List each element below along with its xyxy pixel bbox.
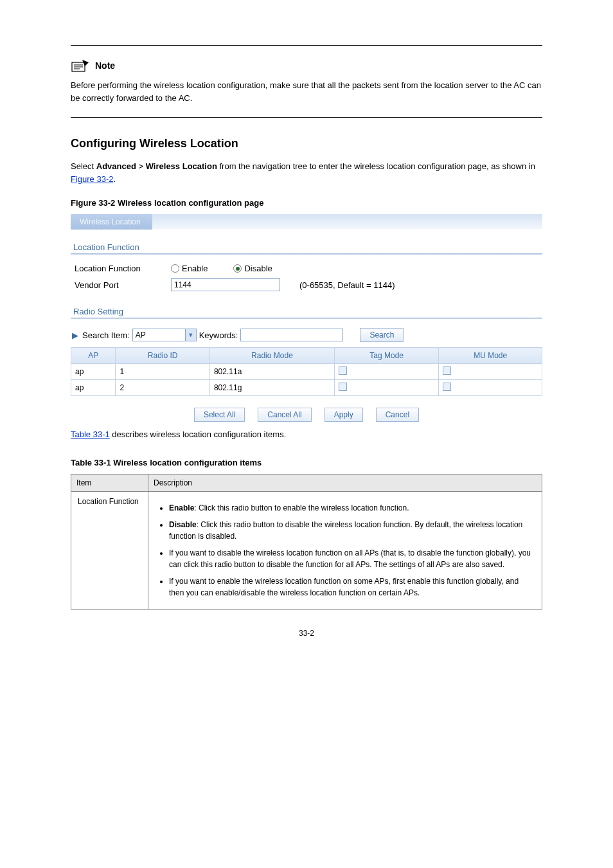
keywords-input[interactable]: [240, 329, 343, 341]
vendor-port-row: Vendor Port (0-65535, Default = 1144): [71, 276, 542, 294]
bold2: Wireless Location: [146, 161, 217, 171]
list-item: If you want to enable the wireless locat…: [169, 575, 535, 599]
mu-mode-checkbox[interactable]: [443, 366, 451, 375]
tag-mode-checkbox[interactable]: [339, 366, 347, 375]
cell-radio-mode: 802.11g: [209, 380, 334, 396]
cell-radio-id: 1: [116, 364, 210, 380]
cancel-all-button[interactable]: Cancel All: [258, 408, 311, 422]
desc-cell: Enable: Click this radio button to enabl…: [148, 491, 542, 609]
disable-radio[interactable]: Disable: [233, 264, 272, 273]
search-item-label: Search Item:: [82, 330, 130, 340]
note-body: Before performing the wireless location …: [71, 79, 542, 104]
table-row: ap 2 802.11g: [71, 380, 542, 396]
vendor-port-hint: (0-65535, Default = 1144): [299, 280, 395, 290]
location-function-heading: Location Function: [73, 242, 542, 252]
txt4: .: [113, 174, 116, 184]
item-cell: Location Function: [71, 491, 148, 609]
bullet1-bold: Enable: [169, 503, 194, 512]
radio-table: AP Radio ID Radio Mode Tag Mode MU Mode …: [71, 347, 542, 396]
wireless-location-panel: Wireless Location Location Function Loca…: [71, 214, 542, 422]
table-link[interactable]: Table 33-1: [71, 429, 110, 439]
apply-button[interactable]: Apply: [324, 408, 363, 422]
vendor-port-label: Vendor Port: [75, 280, 164, 290]
desc-intro-tail: describes wireless location configuratio…: [110, 429, 287, 439]
mu-mode-checkbox[interactable]: [443, 383, 451, 391]
txt3: from the navigation tree to enter the wi…: [217, 161, 535, 171]
col-mu-mode[interactable]: MU Mode: [439, 348, 542, 364]
cell-ap: ap: [71, 380, 116, 396]
disable-label: Disable: [244, 264, 272, 273]
enable-radio[interactable]: Enable: [171, 264, 208, 273]
txt1: Select: [71, 161, 96, 171]
col-radio-id[interactable]: Radio ID: [116, 348, 210, 364]
tag-mode-checkbox[interactable]: [339, 383, 347, 391]
search-button[interactable]: Search: [360, 328, 404, 342]
chevron-down-icon: ▼: [185, 329, 196, 341]
description-table: Item Description Location Function Enabl…: [71, 474, 542, 610]
radio-setting-heading: Radio Setting: [73, 307, 542, 316]
bullet1-text: : Click this radio button to enable the …: [194, 503, 409, 512]
location-function-label: Location Function: [75, 264, 164, 273]
search-item-value: AP: [133, 330, 148, 340]
button-row: Select All Cancel All Apply Cancel: [71, 408, 542, 422]
keywords-label: Keywords:: [199, 330, 238, 340]
cell-ap: ap: [71, 364, 116, 380]
table-caption: Table 33-1 Wireless location configurati…: [71, 458, 542, 467]
txt2: >: [136, 161, 146, 171]
note-icon: [71, 59, 90, 73]
note-header: Note: [71, 59, 542, 73]
panel-tab[interactable]: Wireless Location: [71, 214, 152, 230]
figure-caption: Figure 33-2 Wireless location configurat…: [71, 198, 542, 208]
list-item: If you want to disable the wireless loca…: [169, 547, 535, 570]
section-heading: Configuring Wireless Location: [71, 137, 542, 150]
config-instruction: Select Advanced > Wireless Location from…: [71, 160, 542, 185]
sub-rule-2: [71, 318, 542, 319]
location-function-row: Location Function Enable Disable: [71, 261, 542, 276]
list-item: Enable: Click this radio button to enabl…: [169, 502, 535, 514]
desc-intro: Table 33-1 describes wireless location c…: [71, 428, 542, 441]
cell-radio-mode: 802.11a: [209, 364, 334, 380]
page-number: 33-2: [71, 629, 542, 638]
col-radio-mode[interactable]: Radio Mode: [209, 348, 334, 364]
radio-icon: [233, 264, 242, 273]
vendor-port-input[interactable]: [171, 278, 280, 291]
select-all-button[interactable]: Select All: [194, 408, 245, 422]
th-item: Item: [71, 474, 148, 491]
radio-icon: [171, 264, 179, 273]
mid-rule: [71, 117, 542, 118]
enable-label: Enable: [182, 264, 208, 273]
search-item-combo[interactable]: AP ▼: [132, 329, 197, 341]
note-label: Note: [95, 60, 115, 71]
list-item: Disable: Click this radio button to disa…: [169, 519, 535, 542]
cancel-button[interactable]: Cancel: [376, 408, 419, 422]
triangle-icon: ▶: [72, 330, 78, 340]
sub-rule-1: [71, 253, 542, 255]
cell-radio-id: 2: [116, 380, 210, 396]
bullet2-text: : Click this radio button to disable the…: [169, 520, 522, 541]
search-row: ▶ Search Item: AP ▼ Keywords: Search: [71, 325, 542, 345]
top-rule: [71, 45, 542, 46]
bullet2-bold: Disable: [169, 520, 197, 529]
table-row: ap 1 802.11a: [71, 364, 542, 380]
col-ap[interactable]: AP: [71, 348, 116, 364]
th-description: Description: [148, 474, 542, 491]
bold1: Advanced: [96, 161, 136, 171]
col-tag-mode[interactable]: Tag Mode: [334, 348, 438, 364]
fig-link[interactable]: Figure 33-2: [71, 174, 113, 184]
table-row: Location Function Enable: Click this rad…: [71, 491, 542, 609]
